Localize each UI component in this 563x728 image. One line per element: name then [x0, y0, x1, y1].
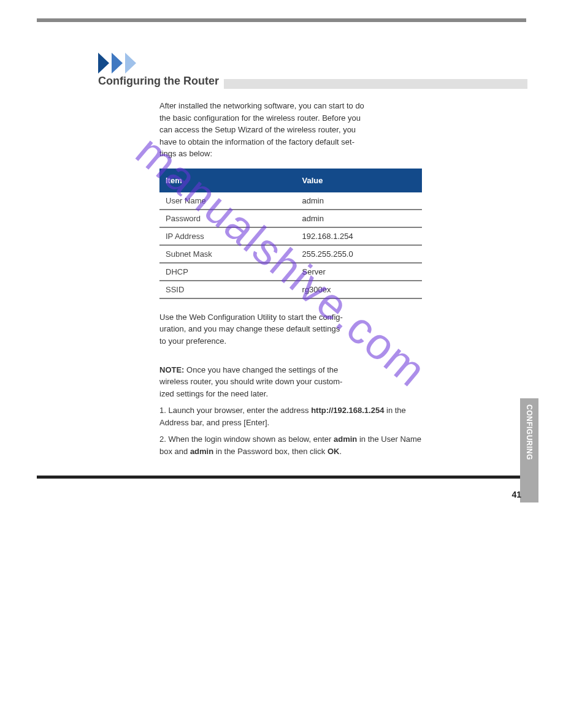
table-row: SSIDrg300ex [159, 281, 422, 298]
paragraph: Use the Web Configuration Utility to sta… [159, 311, 422, 347]
intro-paragraph: After installed the networking software,… [159, 100, 422, 160]
step2-e: in the Password box, then click [213, 447, 327, 456]
section-title: Configuring the Router [98, 75, 224, 89]
cell-key: SSID [159, 281, 296, 298]
cell-val: rg300ex [296, 281, 422, 298]
factory-defaults-table: Item Value User Nameadmin Passwordadmin … [159, 169, 422, 299]
table-row: DHCPServer [159, 263, 422, 281]
svg-marker-2 [125, 53, 136, 74]
svg-marker-1 [112, 53, 123, 74]
cell-key: IP Address [159, 227, 296, 245]
svg-marker-0 [98, 53, 109, 74]
side-tab: CONFIGURING [520, 398, 538, 502]
top-rule [37, 18, 526, 22]
cell-val: 192.168.1.254 [296, 227, 422, 245]
table-header-value: Value [296, 169, 422, 192]
section-arrows-icon [98, 53, 563, 74]
step1-a: 1. Launch your browser, enter the addres… [159, 406, 311, 415]
table-row: Passwordadmin [159, 210, 422, 227]
step-2: 2. When the login window shown as below,… [159, 433, 422, 457]
cell-key: DHCP [159, 263, 296, 281]
cell-val: Server [296, 263, 422, 281]
table-row: IP Address192.168.1.254 [159, 227, 422, 245]
step2-g: . [339, 447, 342, 456]
note-text: Once you have changed the settings of th… [159, 365, 342, 398]
step2-a: 2. When the login window shown as below,… [159, 434, 334, 444]
cell-val: admin [296, 210, 422, 227]
step1-url: http://192.168.1.254 [311, 406, 384, 415]
cell-val: admin [296, 192, 422, 210]
section-heading-row: Configuring the Router [98, 75, 527, 89]
section-title-bar [224, 79, 527, 89]
cell-val: 255.255.255.0 [296, 245, 422, 263]
cell-key: Password [159, 210, 296, 227]
step2-f: OK [327, 447, 340, 456]
bottom-rule [37, 476, 526, 479]
table-header-item: Item [159, 169, 296, 192]
cell-key: User Name [159, 192, 296, 210]
note-paragraph: NOTE: Once you have changed the settings… [159, 352, 422, 400]
step2-d: admin [190, 447, 213, 456]
note-label: NOTE: [159, 365, 184, 374]
cell-key: Subnet Mask [159, 245, 296, 263]
table-row: Subnet Mask255.255.255.0 [159, 245, 422, 263]
page-number: 41 [511, 490, 521, 499]
table-row: User Nameadmin [159, 192, 422, 210]
step-1: 1. Launch your browser, enter the addres… [159, 404, 422, 428]
step2-b: admin [334, 434, 357, 444]
side-tab-label: CONFIGURING [525, 404, 534, 423]
